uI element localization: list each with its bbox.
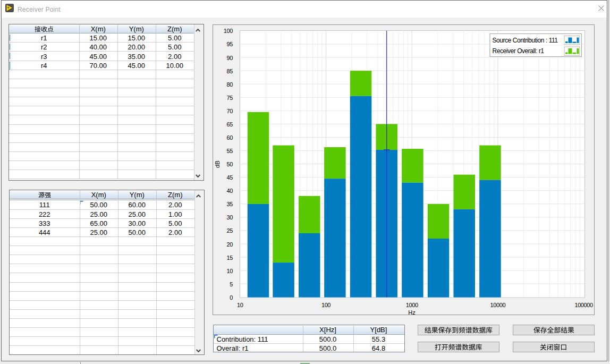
svg-text:75: 75	[227, 94, 233, 100]
svg-text:80: 80	[227, 81, 233, 87]
svg-text:Receiver Overall: r1: Receiver Overall: r1	[493, 47, 545, 55]
svg-text:90: 90	[227, 54, 233, 61]
svg-text:95: 95	[227, 41, 233, 47]
svg-text:0: 0	[230, 294, 233, 300]
svg-text:100000: 100000	[574, 301, 593, 308]
svg-text:85: 85	[227, 67, 233, 74]
svg-text:60: 60	[227, 134, 233, 140]
svg-text:35: 35	[227, 201, 233, 207]
svg-text:Source Contribution : 111: Source Contribution : 111	[493, 36, 558, 44]
svg-text:65: 65	[227, 121, 233, 127]
svg-text:5: 5	[230, 281, 233, 287]
svg-text:30: 30	[227, 214, 233, 221]
svg-text:50: 50	[227, 161, 233, 167]
svg-text:Hz: Hz	[408, 309, 415, 315]
svg-text:10: 10	[237, 301, 243, 308]
svg-text:10: 10	[227, 267, 233, 274]
svg-text:45: 45	[227, 174, 233, 181]
svg-text:100: 100	[321, 301, 331, 308]
svg-text:25: 25	[227, 227, 233, 234]
svg-text:15: 15	[227, 254, 233, 260]
svg-text:20: 20	[227, 241, 233, 247]
svg-text:100: 100	[224, 28, 233, 34]
svg-text:10000: 10000	[490, 301, 506, 308]
svg-text:40: 40	[227, 188, 233, 194]
svg-text:dB: dB	[214, 160, 221, 167]
svg-text:1000: 1000	[406, 301, 418, 308]
svg-text:70: 70	[227, 107, 233, 114]
svg-text:55: 55	[227, 148, 233, 154]
